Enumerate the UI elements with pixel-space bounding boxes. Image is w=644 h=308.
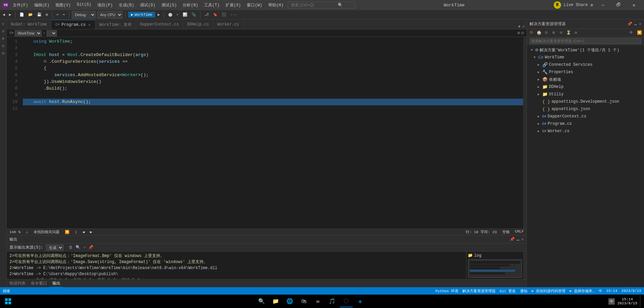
taskbar-vscode[interactable]: ◈ <box>354 295 367 307</box>
close-button[interactable]: ✕ <box>627 0 641 10</box>
platform-select[interactable]: Any CPU <box>97 11 123 18</box>
toolbar-git[interactable]: ⎇ <box>203 12 210 17</box>
output-scrollbar[interactable] <box>523 252 526 279</box>
toolbar-back[interactable]: ◀ <box>1 12 6 17</box>
menu-extensions[interactable]: 扩展(X) <box>223 2 244 9</box>
toolbar-bookmark[interactable]: 🔖 <box>212 12 219 17</box>
toolbar-undo[interactable]: ↩ <box>55 12 60 17</box>
nav-prev[interactable]: ◀ <box>82 230 85 234</box>
settings-icon[interactable]: ⚙ <box>591 3 593 8</box>
taskbar-mail[interactable]: ✉ <box>311 295 325 307</box>
live-share-button[interactable]: Live Share <box>564 3 588 7</box>
title-search-input[interactable] <box>291 3 338 7</box>
menu-window[interactable]: 窗口(W) <box>244 2 265 9</box>
panel-close-button[interactable]: ✕ <box>639 21 641 27</box>
menu-help[interactable]: 帮助(H) <box>266 2 286 9</box>
menu-tools[interactable]: 工具(T) <box>201 2 222 9</box>
solution-search-box[interactable] <box>527 37 644 45</box>
maximize-button[interactable]: 🗗 <box>611 0 626 10</box>
panel-collapse-button[interactable]: 🗕 <box>634 21 638 27</box>
expand-editor-button[interactable]: ⊞ <box>518 31 520 36</box>
notifications-item[interactable]: 通知 <box>520 289 527 294</box>
toolbar-bookmark2[interactable]: ⬛ <box>220 12 228 17</box>
tree-appsettings[interactable]: { } appsettings.json <box>527 105 644 113</box>
output-find-button[interactable]: 🔍 <box>76 245 81 250</box>
home-button[interactable]: 🏠 <box>536 30 542 36</box>
tab-program-cs[interactable]: C# Program.cs ✕ <box>51 20 95 29</box>
activity-debug[interactable]: ⊡ <box>0 43 6 49</box>
show-all-button[interactable]: ⊡ <box>543 30 550 36</box>
toolbar-save[interactable]: 💾 <box>36 12 43 17</box>
output-collapse-button[interactable]: 🗕 <box>516 237 520 242</box>
toolbar-open[interactable]: 📂 <box>27 12 34 17</box>
output-clear-button[interactable]: 🗑 <box>69 245 73 250</box>
menu-debug[interactable]: 调试(D) <box>137 2 158 9</box>
tab-worker[interactable]: Worker.cs <box>213 20 243 29</box>
indent-info[interactable]: 空格 <box>502 229 510 235</box>
output-word-wrap[interactable]: ⏎ <box>83 245 86 250</box>
toolbar-attach[interactable]: 📎 <box>190 12 197 17</box>
menu-build[interactable]: 生成(B) <box>116 2 137 9</box>
code-content[interactable]: using WorkTime; IHost host = Host.Create… <box>20 37 523 228</box>
sync-button[interactable]: ⟳ <box>528 30 535 36</box>
source-control-item[interactable]: ⊕ 添加到源代码管理 <box>532 289 565 294</box>
menu-project[interactable]: 项目(P) <box>95 2 116 9</box>
toolbar-new[interactable]: 📄 <box>18 12 26 17</box>
preview-button[interactable]: 👁 <box>628 30 635 36</box>
taskbar-vs[interactable]: ⬡ <box>339 295 353 307</box>
menu-view[interactable]: 视图(V) <box>53 2 74 9</box>
tab-expand-button[interactable]: ⤢ <box>522 24 525 29</box>
toolbar-debug-next[interactable]: ▶ <box>156 12 162 17</box>
minimize-button[interactable]: — <box>596 0 610 10</box>
tree-dapper-context[interactable]: ▶ C# DapperContext.cs <box>527 113 644 120</box>
title-search-box[interactable]: 🔍 <box>288 2 355 9</box>
filter-icon[interactable]: 🔽 <box>65 230 70 234</box>
settings-button[interactable]: ⚙ <box>572 30 579 36</box>
tab-ddhelp[interactable]: DDHelp.cs <box>183 20 213 29</box>
tab-output[interactable]: 输出 <box>50 280 63 287</box>
panel-pin-button[interactable]: 📌 <box>627 21 632 27</box>
taskbar-store[interactable]: 🛍 <box>297 295 311 307</box>
filter-button[interactable]: 🔽 <box>636 30 643 36</box>
output-source-select[interactable]: 生成 <box>46 245 63 251</box>
tab-program-close[interactable]: ✕ <box>88 22 91 28</box>
tree-worker-cs[interactable]: ▶ C# Worker.cs <box>527 127 644 135</box>
tab-error-list[interactable]: 错误列表 <box>7 280 28 287</box>
activity-git[interactable]: ⊞ <box>0 36 6 42</box>
tab-command-window[interactable]: 命令窗口 <box>28 280 50 287</box>
code-editor[interactable]: 1 2 3 4 5 6 7 8 9 10 11 using WorkTime; … <box>7 37 526 228</box>
taskbar-music[interactable]: 🎵 <box>325 295 339 307</box>
repository-item[interactable]: ⊕ 选择存储库… <box>569 289 595 294</box>
tab-nuget[interactable]: NuGet: WorkTime <box>7 20 51 29</box>
tree-dependencies[interactable]: ▶ 📦 依赖项 <box>527 76 644 83</box>
tab-publish[interactable]: WorkTime: 发布 <box>95 20 136 29</box>
git-changes-item[interactable]: Git 更改 <box>500 289 516 294</box>
toolbar-forward[interactable]: ▶ <box>8 12 13 17</box>
expand-all-button[interactable]: ⊞ <box>550 30 557 36</box>
tree-ddhelp-folder[interactable]: ▶ 📁 DDHelp <box>527 83 644 91</box>
solution-search-input[interactable] <box>530 38 641 44</box>
output-pin-button[interactable]: 📌 <box>510 237 515 242</box>
taskbar-show-desktop[interactable] <box>640 295 641 307</box>
taskbar-files[interactable]: 📁 <box>269 295 282 307</box>
nav-next[interactable]: ▶ <box>90 230 92 234</box>
menu-test[interactable]: 测试(S) <box>159 2 180 9</box>
tree-program-cs[interactable]: ▶ C# Program.cs <box>527 120 644 127</box>
namespace-select[interactable]: WorkTime <box>15 30 42 36</box>
filter-pending[interactable]: ⏳ <box>565 30 572 36</box>
tree-connected-services[interactable]: ▶ 🔗 Connected Services <box>527 61 644 68</box>
toolbar-breakpoint[interactable]: ⬤ <box>167 12 174 17</box>
taskbar-edge[interactable]: 🌐 <box>283 295 296 307</box>
menu-file[interactable]: 文件(F) <box>10 2 31 9</box>
zoom-level[interactable]: 146 % <box>9 230 20 234</box>
tree-project[interactable]: ▼ C# WorkTime <box>527 54 644 61</box>
run-button[interactable]: ▶ WorkTime <box>128 12 155 17</box>
tree-solution[interactable]: ▼ ⊟ 解决方案'WorkTime'(1 个项目/共 1 个) <box>527 46 644 54</box>
menu-edit[interactable]: 编辑(E) <box>32 2 52 9</box>
toolbar-redo[interactable]: ↪ <box>61 12 66 17</box>
activity-search[interactable]: ⊟ <box>0 28 6 34</box>
solution-explorer-item[interactable]: 解决方案资源管理器 <box>462 289 496 294</box>
taskbar-search[interactable]: 🔍 <box>255 295 268 307</box>
tab-dapper[interactable]: DapperContext.cs <box>136 20 183 29</box>
collapse-editor-button[interactable]: ⊡ <box>521 31 524 36</box>
